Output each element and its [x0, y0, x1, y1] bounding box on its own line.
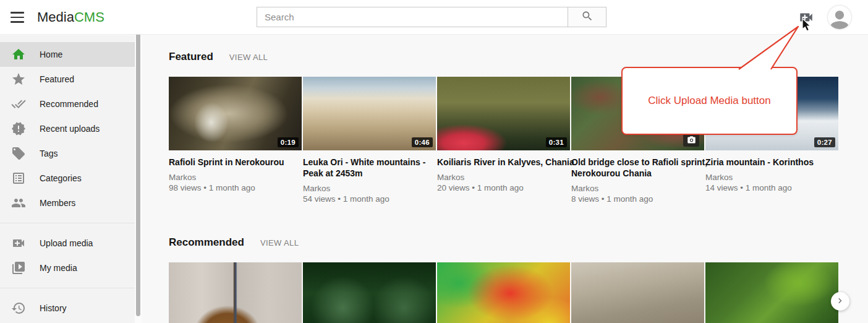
video-thumbnail[interactable]: [705, 262, 838, 323]
video-call-icon: [798, 18, 814, 27]
annotation-text: Click Upload Media button: [648, 95, 770, 107]
sidebar-divider: [0, 223, 135, 223]
search-bar: [257, 7, 606, 27]
people-icon: [11, 196, 26, 210]
video-card: 0:31 Koiliaris River in Kalyves, Chania …: [437, 77, 570, 204]
person-icon: [829, 8, 850, 29]
logo-media: Media: [37, 9, 74, 25]
hamburger-icon: [11, 12, 24, 14]
sidebar-item-upload-media[interactable]: Upload media: [0, 231, 135, 256]
video-author: Markos: [437, 172, 570, 183]
search-input[interactable]: [257, 7, 568, 27]
duration-badge: 0:19: [278, 137, 299, 147]
tag-icon: [11, 146, 26, 161]
video-meta: 98 views • 1 month ago: [169, 183, 302, 193]
sidebar-item-label: Recommended: [40, 99, 98, 109]
video-title[interactable]: Koiliaris River in Kalyves, Chania: [437, 157, 574, 168]
duration-badge: 0:27: [814, 137, 835, 147]
new-releases-icon: [11, 121, 26, 136]
top-bar: MediaCMS: [0, 0, 868, 35]
sidebar-item-members[interactable]: Members: [0, 191, 135, 215]
video-thumbnail[interactable]: 0:19: [169, 77, 302, 150]
sidebar-item-recent-uploads[interactable]: Recent uploads: [0, 116, 135, 141]
video-title[interactable]: Leuka Ori - White mountains - Peak at 24…: [303, 157, 440, 179]
video-thumbnail[interactable]: [303, 262, 436, 323]
sidebar-item-categories[interactable]: Categories: [0, 166, 135, 191]
video-author: Markos: [303, 183, 436, 194]
sidebar-divider: [0, 288, 135, 288]
sidebar-item-recommended[interactable]: Recommended: [0, 92, 135, 116]
video-thumbnail[interactable]: 0:31: [437, 77, 570, 150]
sidebar-item-tags[interactable]: Tags: [0, 141, 135, 166]
chevron-right-icon: [835, 295, 846, 308]
home-icon: [11, 47, 26, 62]
sidebar-scrollbar[interactable]: [135, 35, 142, 323]
history-icon: [11, 301, 26, 316]
annotation-callout: Click Upload Media button: [621, 67, 798, 135]
list-icon: [11, 171, 26, 186]
recommended-section-header: Recommended VIEW ALL: [169, 236, 868, 251]
double-check-icon: [11, 97, 26, 111]
video-thumbnail[interactable]: [437, 262, 570, 323]
sidebar-item-featured[interactable]: Featured: [0, 67, 135, 92]
sidebar-item-my-media[interactable]: My media: [0, 256, 135, 280]
video-author: Markos: [705, 172, 838, 183]
sidebar-item-history[interactable]: History: [0, 296, 135, 321]
video-title[interactable]: Old bridge close to Rafioli sprint, Nero…: [571, 157, 708, 179]
video-meta: 14 views • 1 month ago: [705, 183, 838, 193]
search-button[interactable]: [568, 7, 606, 27]
logo-cms: CMS: [74, 9, 104, 25]
video-library-icon: [11, 261, 26, 275]
section-title-recommended: Recommended: [169, 236, 244, 249]
video-author: Markos: [169, 172, 302, 183]
sidebar-item-home[interactable]: Home: [0, 42, 135, 67]
menu-toggle-button[interactable]: [9, 11, 26, 24]
video-meta: 54 views • 1 month ago: [303, 194, 436, 204]
sidebar-item-label: Home: [40, 50, 62, 59]
recommended-view-all-link[interactable]: VIEW ALL: [260, 238, 299, 248]
upload-media-button[interactable]: [797, 9, 815, 27]
video-title[interactable]: Ziria mountain - Korinthos: [705, 157, 843, 168]
duration-badge: 0:31: [546, 137, 567, 147]
sidebar-item-label: History: [40, 303, 67, 313]
star-icon: [11, 72, 26, 87]
featured-section-header: Featured VIEW ALL: [169, 51, 868, 66]
video-meta: 20 views • 1 month ago: [437, 183, 570, 193]
sidebar-item-label: Featured: [40, 74, 74, 84]
video-meta: 8 views • 1 month ago: [571, 194, 704, 204]
featured-view-all-link[interactable]: VIEW ALL: [229, 53, 268, 62]
duration-badge: 0:46: [412, 137, 433, 147]
carousel-next-button[interactable]: [831, 292, 849, 311]
video-card: 0:19 Rafioli Sprint in Nerokourou Markos…: [169, 77, 302, 204]
mediacms-app: MediaCMS Home Featured Recommended: [0, 0, 868, 323]
section-title-featured: Featured: [169, 51, 213, 63]
search-icon: [581, 10, 594, 24]
video-author: Markos: [571, 183, 704, 194]
scrollbar-thumb[interactable]: [136, 33, 140, 316]
video-title[interactable]: Rafioli Sprint in Nerokourou: [169, 157, 306, 168]
video-thumbnail[interactable]: [169, 262, 302, 323]
recommended-videos-row: [169, 262, 868, 323]
sidebar-item-label: Categories: [40, 173, 82, 183]
logo[interactable]: MediaCMS: [37, 0, 104, 35]
photo-camera-icon: [683, 133, 699, 147]
video-thumbnail[interactable]: 0:46: [303, 77, 436, 150]
sidebar-item-label: Upload media: [40, 238, 93, 248]
sidebar-item-label: Tags: [40, 149, 58, 158]
sidebar: Home Featured Recommended Recent uploads…: [0, 35, 135, 323]
video-call-icon: [11, 236, 26, 251]
user-avatar[interactable]: [828, 6, 851, 29]
recommended-section: Recommended VIEW ALL: [169, 236, 868, 323]
sidebar-item-label: My media: [40, 263, 77, 273]
video-card: 0:46 Leuka Ori - White mountains - Peak …: [303, 77, 436, 204]
sidebar-item-label: Recent uploads: [40, 124, 100, 134]
sidebar-item-label: Members: [40, 198, 75, 208]
video-thumbnail[interactable]: [571, 262, 704, 323]
